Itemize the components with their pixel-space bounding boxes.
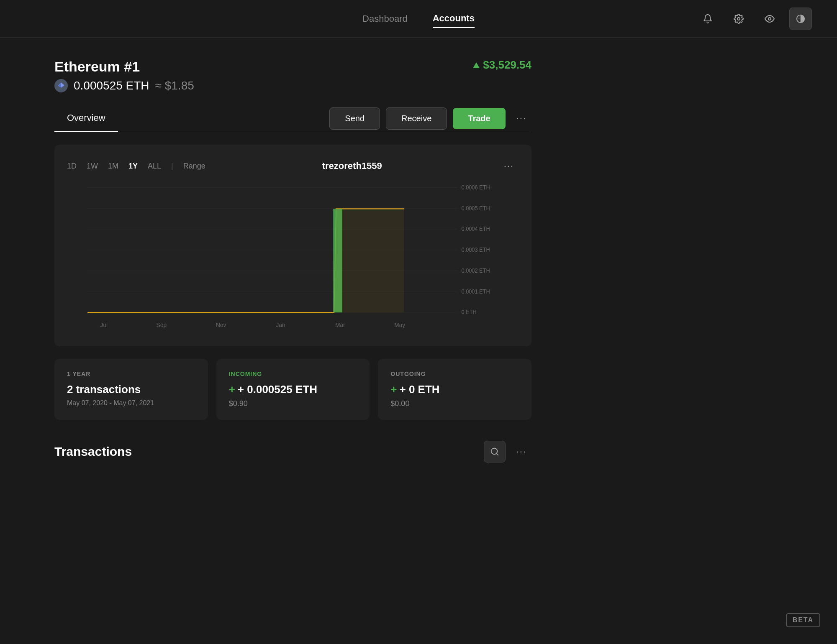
svg-text:0 ETH: 0 ETH	[462, 309, 477, 316]
svg-text:Jul: Jul	[100, 322, 108, 329]
filter-all[interactable]: ALL	[148, 160, 161, 172]
notification-button[interactable]	[696, 8, 719, 30]
svg-text:May: May	[394, 322, 406, 329]
settings-button[interactable]	[727, 8, 750, 30]
tabs-row: Overview Send Receive Trade ···	[54, 105, 531, 132]
svg-text:0.0004 ETH: 0.0004 ETH	[462, 226, 490, 233]
time-divider: |	[171, 162, 173, 171]
transactions-more-button[interactable]: ···	[511, 443, 531, 460]
svg-text:Nov: Nov	[216, 322, 226, 329]
filter-range[interactable]: Range	[183, 160, 205, 172]
stat-period-year: 1 YEAR	[67, 371, 195, 377]
account-balance: 0.000525 ETH ≈ $1.85	[54, 79, 194, 92]
tabs-left: Overview	[54, 105, 118, 132]
stats-cards: 1 YEAR 2 transactions May 07, 2020 - May…	[54, 359, 531, 420]
svg-text:0.0001 ETH: 0.0001 ETH	[462, 288, 490, 295]
chart-container: 0.0006 ETH 0.0005 ETH 0.0004 ETH 0.0003 …	[67, 183, 519, 334]
stat-card-outgoing: OUTGOING ++ 0 ETH $0.00	[378, 359, 531, 420]
eth-amount: 0.000525 ETH	[74, 79, 149, 92]
main-content: Ethereum #1 0.000525 ETH ≈ $1.85	[0, 38, 586, 492]
stat-fiat-incoming: $0.90	[229, 399, 357, 408]
stat-card-year: 1 YEAR 2 transactions May 07, 2020 - May…	[54, 359, 208, 420]
svg-text:Sep: Sep	[157, 322, 167, 329]
send-button[interactable]: Send	[329, 107, 380, 130]
gear-icon	[734, 14, 744, 24]
eye-icon	[765, 14, 775, 24]
chart-section: 1D 1W 1M 1Y ALL | Range trezoreth1559 ··…	[54, 145, 531, 346]
chart-title: trezoreth1559	[322, 161, 382, 171]
svg-line-26	[496, 453, 498, 455]
eth-icon	[54, 79, 68, 92]
stat-period-incoming: INCOMING	[229, 371, 357, 377]
search-icon	[490, 447, 499, 456]
transactions-header: Transactions ···	[54, 441, 531, 463]
price-change: $3,529.54	[473, 59, 531, 72]
transactions-actions: ···	[484, 441, 531, 463]
stat-value-incoming: ++ 0.000525 ETH	[229, 383, 357, 396]
account-header: Ethereum #1 0.000525 ETH ≈ $1.85	[54, 59, 531, 92]
filter-1w[interactable]: 1W	[87, 160, 98, 172]
svg-marker-24	[87, 209, 404, 312]
tabs-right: Send Receive Trade ···	[329, 107, 531, 130]
tab-overview[interactable]: Overview	[54, 105, 118, 132]
more-options-button[interactable]: ···	[511, 110, 531, 127]
search-transactions-button[interactable]	[484, 441, 506, 463]
up-arrow-icon	[473, 62, 480, 68]
svg-text:0.0006 ETH: 0.0006 ETH	[462, 184, 490, 191]
bell-icon	[703, 14, 713, 24]
account-title: Ethereum #1	[54, 59, 194, 75]
chart-controls: 1D 1W 1M 1Y ALL | Range trezoreth1559 ··…	[67, 157, 519, 175]
svg-text:0.0005 ETH: 0.0005 ETH	[462, 205, 490, 212]
theme-icon	[796, 14, 805, 23]
stat-card-incoming: INCOMING ++ 0.000525 ETH $0.90	[216, 359, 370, 420]
stat-date-year: May 07, 2020 - May 07, 2021	[67, 399, 195, 407]
stat-value-year: 2 transactions	[67, 383, 195, 396]
theme-toggle-button[interactable]	[789, 8, 812, 30]
stat-period-outgoing: OUTGOING	[390, 371, 519, 377]
svg-point-1	[768, 18, 771, 20]
svg-text:Jan: Jan	[276, 322, 285, 329]
time-filters: 1D 1W 1M 1Y ALL | Range	[67, 160, 205, 172]
price-value: $3,529.54	[483, 59, 531, 72]
eye-button[interactable]	[758, 8, 781, 30]
filter-1m[interactable]: 1M	[108, 160, 118, 172]
chart-svg: 0.0006 ETH 0.0005 ETH 0.0004 ETH 0.0003 …	[67, 183, 519, 334]
stat-value-outgoing: ++ 0 ETH	[390, 383, 519, 396]
svg-text:0.0003 ETH: 0.0003 ETH	[462, 247, 490, 253]
nav-dashboard[interactable]: Dashboard	[362, 10, 408, 28]
header-actions	[696, 8, 812, 30]
stat-fiat-outgoing: $0.00	[390, 399, 519, 408]
eth-fiat-approx: ≈ $1.85	[155, 79, 194, 92]
filter-1d[interactable]: 1D	[67, 160, 77, 172]
main-nav: Dashboard Accounts	[362, 10, 475, 28]
receive-button[interactable]: Receive	[386, 107, 447, 130]
svg-text:0.0002 ETH: 0.0002 ETH	[462, 267, 490, 274]
transactions-title: Transactions	[54, 445, 132, 459]
filter-1y[interactable]: 1Y	[128, 160, 138, 172]
chart-more-button[interactable]: ···	[499, 157, 519, 175]
svg-point-0	[737, 18, 740, 20]
nav-accounts[interactable]: Accounts	[433, 10, 475, 28]
header: Dashboard Accounts	[0, 0, 837, 38]
trade-button[interactable]: Trade	[453, 108, 505, 129]
account-info: Ethereum #1 0.000525 ETH ≈ $1.85	[54, 59, 194, 92]
svg-text:Mar: Mar	[335, 322, 345, 329]
beta-badge: BETA	[786, 613, 820, 627]
